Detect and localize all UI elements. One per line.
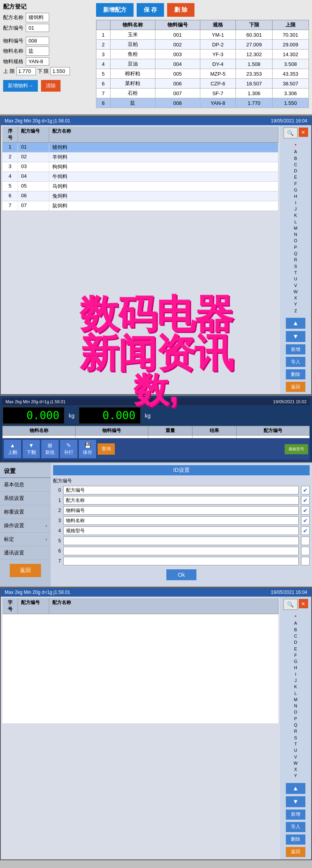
alpha2-item[interactable]: I (293, 671, 298, 677)
id-input-field[interactable] (63, 516, 299, 525)
table-row[interactable]: 3 鱼粉 003 YF-3 12.302 14.302 (96, 50, 309, 59)
save-scale-button[interactable]: 💾 保存 (79, 440, 96, 458)
alpha-item[interactable]: H (292, 193, 299, 199)
alpha-item[interactable]: C (292, 161, 299, 168)
alpha-item[interactable]: Q (292, 250, 299, 257)
id-input-field[interactable] (63, 496, 299, 505)
id-input-field[interactable] (63, 486, 299, 494)
table-row[interactable]: 4 豆油 004 DY-4 1.508 3.508 (96, 59, 309, 69)
close2-button[interactable]: ✕ (299, 599, 308, 608)
import2-button[interactable]: 导入 (286, 822, 305, 832)
alpha-item[interactable]: I (293, 200, 298, 206)
settings-item[interactable]: 称重设置 (0, 505, 51, 519)
spec-type-button[interactable]: 规格型号 (285, 444, 308, 454)
alpha2-item[interactable]: T (293, 741, 299, 747)
lower-limit-value[interactable]: 1.550 (50, 67, 70, 75)
id-checkbox[interactable] (301, 537, 310, 545)
alpha-item[interactable]: B (292, 155, 298, 161)
search2-button[interactable]: 🔍 (283, 599, 298, 610)
formula-list-item[interactable]: 5 05 马饲料 (2, 182, 278, 191)
clear-button[interactable]: 清除 (41, 80, 61, 92)
alpha-item[interactable]: Y (292, 301, 298, 307)
alpha2-item[interactable]: G (292, 658, 299, 664)
batch-button[interactable]: ⊞ 新批 (41, 440, 59, 458)
alpha-item[interactable]: U (292, 276, 299, 282)
alpha-item[interactable]: M (292, 225, 299, 231)
settings-item[interactable]: 基本信息 (0, 478, 51, 492)
alpha2-item[interactable]: W (292, 760, 299, 766)
formula-list-item[interactable]: 7 07 鼠饲料 (2, 201, 278, 211)
delete2-button[interactable]: 删除 (286, 834, 305, 845)
alpha-item[interactable]: W (292, 289, 299, 295)
alpha2-item[interactable]: S (292, 735, 298, 741)
alpha-item[interactable]: G (292, 187, 299, 193)
nav-down-button[interactable]: ▼ (286, 331, 305, 342)
alpha2-item[interactable]: A (292, 620, 298, 626)
alpha2-item[interactable]: V (292, 754, 298, 760)
alpha2-item[interactable]: F (293, 652, 299, 658)
close-button[interactable]: ✕ (299, 128, 308, 137)
alpha-item[interactable]: T (293, 269, 299, 276)
id-checkbox[interactable]: ✔ (301, 496, 310, 505)
id-checkbox[interactable]: ✔ (301, 506, 310, 515)
alpha2-item[interactable]: Y (292, 772, 298, 779)
id-input-field[interactable] (63, 547, 299, 555)
id-input-field[interactable] (63, 526, 299, 535)
search-button[interactable]: 🔍 (283, 128, 298, 138)
delete-popup-button[interactable]: 删除 (286, 369, 305, 379)
up-button[interactable]: ▲ 上翻 (4, 440, 21, 458)
alpha-item[interactable]: O (292, 237, 299, 244)
supplement-button[interactable]: ✎ 补打 (60, 440, 77, 458)
alpha2-item[interactable]: P (292, 716, 298, 722)
delete-button[interactable]: 删 除 (167, 3, 194, 17)
settings-back-button[interactable]: 返回 (10, 564, 41, 577)
alpha2-item[interactable]: B (292, 627, 298, 633)
upper-limit-value[interactable]: 1.770 (16, 67, 36, 75)
nav2-up-button[interactable]: ▲ (286, 783, 305, 794)
alpha2-item[interactable]: J (293, 677, 298, 684)
settings-item[interactable]: 操作设置› (0, 519, 51, 533)
table-row[interactable]: 5 棉籽粕 005 MZP-5 23.353 43.353 (96, 69, 309, 79)
down-button[interactable]: ▼ 下翻 (23, 440, 40, 458)
alpha-item[interactable]: A (292, 149, 298, 155)
import-button[interactable]: 导入 (286, 357, 305, 367)
alpha-item[interactable]: V (292, 282, 298, 289)
alpha-item[interactable]: J (293, 206, 298, 212)
settings-item[interactable]: 标定› (0, 533, 51, 546)
new2-formula-button[interactable]: 新增 (286, 810, 305, 820)
alpha2-item[interactable]: X (292, 766, 298, 772)
alpha2-item[interactable]: U (292, 747, 299, 753)
ok-button[interactable]: Ok (166, 569, 197, 580)
id-input-field[interactable] (63, 557, 299, 565)
alpha2-item[interactable]: L (293, 690, 298, 696)
save-button[interactable]: 保 存 (137, 3, 164, 17)
table-row[interactable]: 2 豆粕 002 DP-2 27.009 29.009 (96, 40, 309, 50)
id-checkbox[interactable] (301, 557, 310, 565)
new-formula-popup-button[interactable]: 新增 (286, 344, 305, 354)
alpha2-item[interactable]: Q (292, 722, 299, 728)
table-row[interactable]: 7 石粉 007 SF-7 1.306 3.306 (96, 89, 309, 98)
alpha-item[interactable]: * (293, 142, 298, 149)
alpha-item[interactable]: F (293, 181, 299, 187)
settings-item[interactable]: 系统设置 (0, 492, 51, 505)
alpha-item[interactable]: X (292, 295, 298, 301)
nav2-down-button[interactable]: ▼ (286, 796, 305, 807)
back2-button[interactable]: 返回 (286, 847, 305, 857)
alpha-item[interactable]: L (293, 219, 298, 225)
id-checkbox[interactable]: ✔ (301, 526, 310, 535)
formula-list-item[interactable]: 3 03 狗饲料 (2, 162, 278, 172)
table-row[interactable]: 8 盐 008 YAN-8 1.770 1.550 (96, 98, 309, 108)
id-checkbox[interactable] (301, 547, 310, 555)
alpha2-item[interactable]: E (292, 646, 298, 652)
new-formula-button[interactable]: 新增配方 (96, 3, 134, 17)
alpha2-item[interactable]: N (292, 703, 299, 709)
alpha2-item[interactable]: M (292, 696, 299, 703)
formula-list-item[interactable]: 6 06 兔饲料 (2, 191, 278, 201)
alpha2-item[interactable]: K (292, 684, 298, 690)
alpha-item[interactable]: Z (293, 308, 299, 314)
formula-list-item[interactable]: 1 01 猪饲料 (2, 143, 278, 152)
formula-list-item[interactable]: 4 04 牛饲料 (2, 172, 278, 182)
alpha-item[interactable]: R (292, 257, 299, 263)
alpha-item[interactable]: S (292, 263, 298, 269)
alpha2-item[interactable]: * (293, 614, 298, 620)
